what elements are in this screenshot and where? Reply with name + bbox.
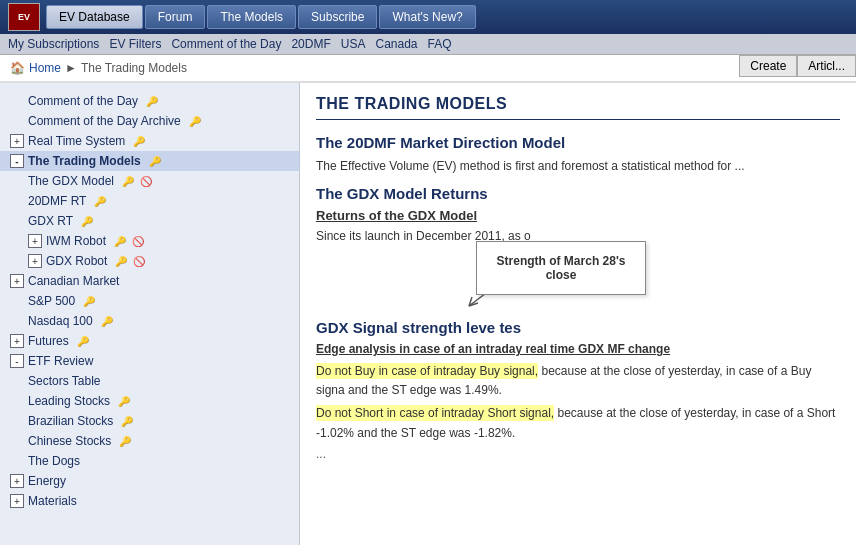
sidebar-label: GDX RT — [28, 214, 73, 228]
breadcrumb: 🏠 Home ► The Trading Models — [0, 55, 856, 82]
nav-whats-new[interactable]: What's New? — [379, 5, 475, 29]
sidebar-label: Futures — [28, 334, 69, 348]
sidebar-item-etf-review[interactable]: - ETF Review — [0, 351, 299, 371]
breadcrumb-home[interactable]: Home — [29, 61, 61, 75]
sidebar-item-nasdaq100[interactable]: Nasdaq 100 🔑 — [0, 311, 299, 331]
main-content: THE TRADING MODELS The 20DMF Market Dire… — [300, 83, 856, 545]
expand-icon: + — [28, 234, 42, 248]
lock-icon: 🔑 — [77, 336, 89, 347]
section-gdx-subheading: Returns of the GDX Model — [316, 208, 840, 223]
sec-nav-ev-filters[interactable]: EV Filters — [109, 37, 161, 51]
section-gdx-signal-heading: GDX Signal strength leve tes — [316, 319, 840, 336]
home-icon: 🏠 — [10, 61, 25, 75]
sidebar-item-the-dogs[interactable]: The Dogs — [0, 451, 299, 471]
lock-icon: 🔑 — [122, 176, 134, 187]
sidebar-item-comment-of-the-day[interactable]: Comment of the Day 🔑 — [0, 91, 299, 111]
section-gdx-heading: The GDX Model Returns — [316, 185, 840, 202]
nav-ev-database[interactable]: EV Database — [46, 5, 143, 29]
sec-nav-usa[interactable]: USA — [341, 37, 366, 51]
signal2-text: Do not Short in case of intraday Short s… — [316, 404, 840, 442]
no-icon: 🚫 — [140, 176, 152, 187]
sidebar-item-energy[interactable]: + Energy — [0, 471, 299, 491]
sidebar-label: 20DMF RT — [28, 194, 86, 208]
sidebar-item-leading-stocks[interactable]: Leading Stocks 🔑 — [0, 391, 299, 411]
sidebar-item-gdx-rt[interactable]: GDX RT 🔑 — [0, 211, 299, 231]
sidebar-label: Canadian Market — [28, 274, 119, 288]
signal1-text: Do not Buy in case of intraday Buy signa… — [316, 362, 840, 400]
breadcrumb-separator: ► — [65, 61, 77, 75]
signal2-highlight: Do not Short in case of intraday Short s… — [316, 405, 554, 421]
lock-icon: 🔑 — [83, 296, 95, 307]
tooltip-line1: Strength of March 28's — [497, 254, 626, 268]
sidebar: Comment of the Day 🔑 Comment of the Day … — [0, 83, 300, 545]
breadcrumb-current: The Trading Models — [81, 61, 187, 75]
section-gdx-signal: GDX Signal strength leve tes Edge analys… — [316, 319, 840, 461]
tooltip-line2: close — [546, 268, 577, 282]
expand-icon: - — [10, 154, 24, 168]
sidebar-label: Brazilian Stocks — [28, 414, 113, 428]
lock-icon: 🔑 — [189, 116, 201, 127]
main-layout: Comment of the Day 🔑 Comment of the Day … — [0, 83, 856, 545]
lock-icon: 🔑 — [119, 436, 131, 447]
nav-forum[interactable]: Forum — [145, 5, 206, 29]
lock-icon: 🔑 — [114, 236, 126, 247]
sidebar-label: GDX Robot — [46, 254, 107, 268]
expand-icon: + — [10, 274, 24, 288]
lock-icon: 🔑 — [115, 256, 127, 267]
section-20dmf: The 20DMF Market Direction Model The Eff… — [316, 134, 840, 175]
sidebar-item-real-time-system[interactable]: + Real Time System 🔑 — [0, 131, 299, 151]
sidebar-item-futures[interactable]: + Futures 🔑 — [0, 331, 299, 351]
sec-nav-my-subscriptions[interactable]: My Subscriptions — [8, 37, 99, 51]
sec-nav-canada[interactable]: Canada — [375, 37, 417, 51]
sidebar-item-chinese-stocks[interactable]: Chinese Stocks 🔑 — [0, 431, 299, 451]
secondary-navigation: My Subscriptions EV Filters Comment of t… — [0, 34, 856, 55]
lock-icon: 🔑 — [121, 416, 133, 427]
sidebar-label: Sectors Table — [28, 374, 101, 388]
nav-the-models[interactable]: The Models — [207, 5, 296, 29]
no-icon3: 🚫 — [133, 256, 145, 267]
lock-icon: 🔑 — [133, 136, 145, 147]
section-20dmf-heading: The 20DMF Market Direction Model — [316, 134, 840, 151]
lock-icon: 🔑 — [118, 396, 130, 407]
lock-icon: 🔑 — [94, 196, 106, 207]
expand-icon: + — [10, 334, 24, 348]
top-navigation: EV EV Database Forum The Models Subscrib… — [0, 0, 856, 34]
sidebar-item-the-trading-models[interactable]: - The Trading Models 🔑 — [0, 151, 299, 171]
nav-subscribe[interactable]: Subscribe — [298, 5, 377, 29]
sidebar-item-materials[interactable]: + Materials — [0, 491, 299, 511]
logo-area: EV — [8, 3, 40, 31]
sidebar-label: Energy — [28, 474, 66, 488]
sidebar-item-iwm-robot[interactable]: + IWM Robot 🔑 🚫 — [0, 231, 299, 251]
expand-icon: + — [10, 474, 24, 488]
section-20dmf-text: The Effective Volume (EV) method is firs… — [316, 157, 840, 175]
sec-nav-faq[interactable]: FAQ — [428, 37, 452, 51]
sidebar-item-20dmf-rt[interactable]: 20DMF RT 🔑 — [0, 191, 299, 211]
lock-icon: 🔑 — [149, 156, 161, 167]
sidebar-label: Comment of the Day — [28, 94, 138, 108]
sidebar-item-sectors-table[interactable]: Sectors Table — [0, 371, 299, 391]
lock-icon: 🔑 — [81, 216, 93, 227]
content-ellipsis: ... — [316, 447, 840, 461]
sidebar-item-gdx-robot[interactable]: + GDX Robot 🔑 🚫 — [0, 251, 299, 271]
sidebar-label: Materials — [28, 494, 77, 508]
article-button[interactable]: Articl... — [797, 55, 856, 77]
sidebar-label: Real Time System — [28, 134, 125, 148]
section-gdx-returns: The GDX Model Returns Returns of the GDX… — [316, 185, 840, 309]
create-button[interactable]: Create — [739, 55, 797, 77]
sec-nav-20dmf[interactable]: 20DMF — [291, 37, 330, 51]
sidebar-item-canadian-market[interactable]: + Canadian Market — [0, 271, 299, 291]
no-icon2: 🚫 — [132, 236, 144, 247]
sidebar-item-the-gdx-model[interactable]: The GDX Model 🔑 🚫 — [0, 171, 299, 191]
sidebar-item-brazilian-stocks[interactable]: Brazilian Stocks 🔑 — [0, 411, 299, 431]
lock-icon: 🔑 — [146, 96, 158, 107]
sidebar-label: The Dogs — [28, 454, 80, 468]
sec-nav-comment-of-the-day[interactable]: Comment of the Day — [171, 37, 281, 51]
expand-icon: - — [10, 354, 24, 368]
edge-analysis-label: Edge analysis in case of an intraday rea… — [316, 342, 840, 356]
lock-icon: 🔑 — [101, 316, 113, 327]
sidebar-item-comment-archive[interactable]: Comment of the Day Archive 🔑 — [0, 111, 299, 131]
sidebar-item-sp500[interactable]: S&P 500 🔑 — [0, 291, 299, 311]
tooltip-box: Strength of March 28's close — [476, 241, 646, 295]
sidebar-label: ETF Review — [28, 354, 93, 368]
page-title: THE TRADING MODELS — [316, 95, 840, 120]
